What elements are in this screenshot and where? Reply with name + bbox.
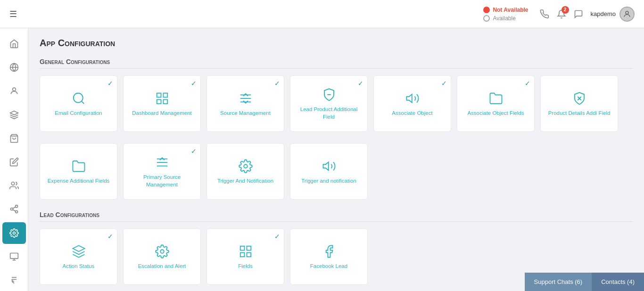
icon-facebook-lead bbox=[322, 243, 336, 259]
icon-product-details bbox=[572, 90, 586, 106]
icon-primary-source bbox=[155, 154, 169, 170]
label-expense-fields: Expense Additional Fields bbox=[44, 177, 114, 185]
icon-trigger-notif bbox=[239, 158, 253, 174]
card-fields[interactable]: ✓ Fields bbox=[206, 228, 284, 285]
card-escalation[interactable]: Escalation and Alert bbox=[123, 228, 201, 285]
svg-rect-41 bbox=[240, 253, 244, 257]
not-available-radio[interactable] bbox=[483, 7, 490, 13]
check-primary-source: ✓ bbox=[191, 147, 197, 155]
label-trigger-notif: Trigger And Notification bbox=[214, 177, 277, 185]
card-associate-obj-fields[interactable]: ✓ Associate Object Fields bbox=[457, 75, 535, 132]
sidebar-item-edit[interactable] bbox=[2, 151, 26, 173]
icon-source-mgmt bbox=[239, 90, 253, 106]
user-info[interactable]: kapdemo bbox=[591, 7, 635, 22]
label-fields: Fields bbox=[234, 262, 256, 270]
svg-marker-36 bbox=[323, 162, 328, 171]
check-dashboard-mgmt: ✓ bbox=[191, 80, 197, 87]
svg-line-11 bbox=[13, 207, 16, 209]
svg-rect-40 bbox=[247, 246, 251, 251]
page-title: App Configuration bbox=[40, 38, 633, 48]
label-source-mgmt: Source Management bbox=[216, 109, 274, 117]
svg-rect-42 bbox=[247, 253, 251, 257]
svg-point-35 bbox=[244, 165, 248, 169]
label-associate-obj-fields: Associate Object Fields bbox=[463, 109, 528, 117]
card-action-status[interactable]: ✓ Action Status bbox=[40, 228, 117, 285]
contacts-button[interactable]: Contacts (4) bbox=[592, 273, 644, 291]
sidebar-item-globe[interactable] bbox=[2, 57, 26, 78]
available-label: Available bbox=[493, 15, 515, 22]
svg-marker-29 bbox=[406, 95, 412, 103]
check-action-status: ✓ bbox=[107, 233, 113, 240]
sidebar-item-home[interactable] bbox=[2, 33, 26, 55]
svg-rect-39 bbox=[240, 246, 244, 251]
icon-associate-obj-fields bbox=[489, 90, 503, 106]
sidebar-item-users[interactable] bbox=[2, 175, 26, 196]
sidebar-item-monitor[interactable] bbox=[2, 246, 26, 267]
label-lead-product: Lead Product Additional Field bbox=[290, 105, 367, 121]
card-expense-fields[interactable]: Expense Additional Fields bbox=[40, 143, 117, 200]
label-escalation: Escalation and Alert bbox=[134, 262, 190, 270]
available-radio[interactable] bbox=[483, 15, 490, 22]
check-fields: ✓ bbox=[274, 233, 280, 240]
card-lead-product[interactable]: ✓ Lead Product Additional Field bbox=[290, 75, 368, 132]
card-email-config[interactable]: ✓ Email Configuration bbox=[40, 75, 117, 132]
check-source-mgmt: ✓ bbox=[274, 80, 280, 87]
check-lead-product: ✓ bbox=[358, 80, 363, 87]
sidebar-item-user[interactable] bbox=[2, 80, 26, 102]
icon-escalation bbox=[155, 243, 169, 259]
sidebar-item-share[interactable] bbox=[2, 198, 26, 220]
svg-marker-37 bbox=[73, 246, 84, 252]
label-facebook-lead: Facebook Lead bbox=[306, 262, 351, 270]
nav-right-section: Not Available Available 2 kapdemo bbox=[483, 7, 635, 22]
sidebar-item-bag[interactable] bbox=[2, 128, 26, 149]
svg-point-3 bbox=[12, 88, 16, 91]
bell-icon[interactable]: 2 bbox=[557, 9, 566, 19]
svg-point-9 bbox=[15, 211, 17, 213]
check-associate-obj-fields: ✓ bbox=[525, 80, 530, 87]
notification-badge: 2 bbox=[561, 6, 569, 14]
top-navigation: ☰ Not Available Available 2 kapdemo bbox=[0, 0, 644, 28]
available-option[interactable]: Available bbox=[483, 15, 528, 22]
sidebar bbox=[0, 28, 28, 291]
icon-associate-obj bbox=[405, 90, 420, 106]
icon-expense-fields bbox=[72, 158, 86, 174]
svg-point-7 bbox=[15, 205, 17, 208]
svg-line-10 bbox=[13, 210, 16, 211]
svg-point-38 bbox=[160, 250, 164, 254]
icon-lead-product bbox=[322, 87, 336, 102]
card-trigger-notif[interactable]: Trigger And Notification bbox=[206, 143, 284, 200]
sidebar-item-layers[interactable] bbox=[2, 104, 26, 126]
svg-marker-4 bbox=[10, 111, 18, 114]
support-chats-button[interactable]: Support Chats (6) bbox=[525, 273, 592, 291]
icon-action-status bbox=[72, 243, 86, 259]
phone-icon[interactable] bbox=[540, 9, 549, 19]
label-associate-obj: Associate Object bbox=[388, 109, 436, 117]
card-trigger-notif2[interactable]: Trigger and notification bbox=[290, 143, 368, 200]
card-source-mgmt[interactable]: ✓ Source Management bbox=[206, 75, 284, 132]
card-facebook-lead[interactable]: Facebook Lead bbox=[290, 228, 368, 285]
card-associate-obj[interactable]: ✓ Associate Object bbox=[373, 75, 451, 132]
label-action-status: Action Status bbox=[59, 262, 99, 270]
username: kapdemo bbox=[591, 10, 616, 17]
not-available-option[interactable]: Not Available bbox=[483, 7, 528, 13]
hamburger-menu[interactable]: ☰ bbox=[9, 9, 17, 19]
card-dashboard-mgmt[interactable]: ✓ Dashboard Management bbox=[123, 75, 201, 132]
status-group: Not Available Available bbox=[483, 7, 528, 22]
sidebar-item-rupee[interactable] bbox=[2, 269, 26, 291]
label-trigger-notif2: Trigger and notification bbox=[297, 177, 360, 185]
svg-point-19 bbox=[73, 93, 83, 103]
sidebar-item-settings[interactable] bbox=[2, 222, 26, 244]
svg-point-0 bbox=[626, 11, 628, 14]
svg-rect-21 bbox=[157, 93, 161, 97]
main-content: App Configuration General Configurations… bbox=[28, 28, 644, 291]
svg-rect-23 bbox=[157, 100, 161, 104]
card-product-details[interactable]: Product Details Addi Field bbox=[540, 75, 618, 132]
svg-rect-22 bbox=[163, 93, 167, 97]
card-primary-source[interactable]: ✓ Primary Source Management bbox=[123, 143, 201, 200]
main-layout: App Configuration General Configurations… bbox=[0, 28, 644, 291]
avatar[interactable] bbox=[619, 7, 635, 22]
label-dashboard-mgmt: Dashboard Management bbox=[128, 109, 196, 117]
chat-icon[interactable] bbox=[574, 9, 583, 19]
bottom-buttons: Support Chats (6) Contacts (4) bbox=[525, 273, 644, 291]
icon-dashboard-mgmt bbox=[155, 90, 169, 106]
